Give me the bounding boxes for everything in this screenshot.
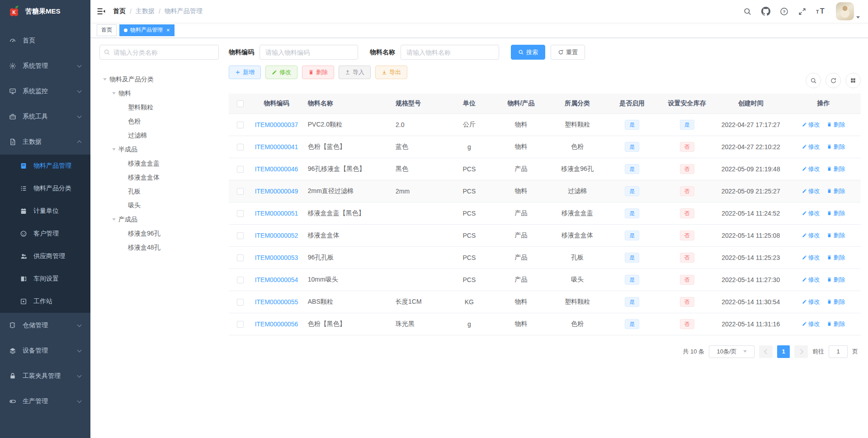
row-checkbox[interactable] — [237, 232, 244, 239]
item-code-link[interactable]: ITEM00000052 — [255, 232, 298, 239]
tree-node[interactable]: 移液盒96孔 — [99, 226, 219, 240]
edit-button[interactable]: 修改 — [265, 66, 297, 79]
row-checkbox[interactable] — [237, 254, 244, 261]
prev-page-button[interactable] — [759, 345, 773, 358]
toggle-search-button[interactable] — [806, 73, 821, 88]
edit-row-button[interactable]: 修改 — [802, 298, 820, 306]
sidebar-item[interactable]: 仓储管理 — [0, 313, 90, 338]
delete-row-button[interactable]: 删除 — [827, 320, 845, 328]
delete-row-button[interactable]: 删除 — [827, 187, 845, 195]
row-checkbox[interactable] — [237, 299, 244, 306]
edit-row-button[interactable]: 修改 — [802, 254, 820, 262]
add-button[interactable]: 新增 — [229, 66, 261, 79]
edit-row-button[interactable]: 修改 — [802, 231, 820, 240]
sidebar-item[interactable]: 设备管理 — [0, 338, 90, 363]
export-button[interactable]: 导出 — [375, 66, 407, 79]
tree-node[interactable]: 移液盒48孔 — [99, 240, 219, 254]
tree-node[interactable]: 过滤棉 — [99, 128, 219, 142]
tree-node[interactable]: 孔板 — [99, 184, 219, 198]
tree-node[interactable]: 物料及产品分类 — [99, 72, 219, 86]
row-checkbox[interactable] — [237, 210, 244, 217]
sidebar-item[interactable]: 首页 — [0, 28, 90, 53]
refresh-button[interactable] — [826, 73, 841, 88]
row-checkbox[interactable] — [237, 277, 244, 283]
sidebar-item[interactable]: 客户管理 — [0, 222, 90, 245]
breadcrumb-item[interactable]: 主数据 / — [136, 7, 165, 15]
edit-row-button[interactable]: 修改 — [802, 143, 820, 151]
tree-node[interactable]: 色粉 — [99, 114, 219, 128]
sidebar-item[interactable]: 主数据 — [0, 129, 90, 155]
hamburger-icon[interactable] — [97, 7, 106, 16]
edit-row-button[interactable]: 修改 — [802, 209, 820, 217]
edit-row-button[interactable]: 修改 — [802, 165, 820, 173]
breadcrumb-item[interactable]: 物料产品管理 / — [165, 7, 207, 15]
reset-button[interactable]: 重置 — [551, 45, 585, 60]
fullscreen-icon[interactable] — [798, 7, 807, 16]
item-code-link[interactable]: ITEM00000056 — [255, 320, 298, 328]
delete-row-button[interactable]: 删除 — [827, 121, 845, 129]
delete-button[interactable]: 删除 — [302, 66, 334, 79]
delete-row-button[interactable]: 删除 — [827, 209, 845, 217]
delete-row-button[interactable]: 删除 — [827, 231, 845, 240]
row-checkbox[interactable] — [237, 166, 244, 173]
columns-button[interactable] — [845, 73, 861, 88]
tree-node[interactable]: 移液盒盒盖 — [99, 156, 219, 170]
edit-row-button[interactable]: 修改 — [802, 121, 820, 129]
item-code-link[interactable]: ITEM00000054 — [255, 276, 298, 283]
tab[interactable]: 首页 — [97, 24, 117, 36]
edit-row-button[interactable]: 修改 — [802, 276, 820, 284]
help-icon[interactable]: ? — [780, 7, 788, 16]
close-icon[interactable]: × — [165, 27, 170, 33]
category-search-input[interactable] — [99, 45, 219, 60]
sidebar-item[interactable]: 供应商管理 — [0, 245, 90, 268]
item-code-link[interactable]: ITEM00000046 — [255, 165, 298, 173]
tree-node[interactable]: 塑料颗粒 — [99, 100, 219, 114]
edit-row-button[interactable]: 修改 — [802, 187, 820, 195]
tree-node[interactable]: 产成品 — [99, 212, 219, 226]
item-code-link[interactable]: ITEM00000053 — [255, 254, 298, 261]
row-checkbox[interactable] — [237, 321, 244, 328]
tree-node[interactable]: 物料 — [99, 86, 219, 100]
select-all-checkbox[interactable] — [237, 100, 244, 107]
item-code-link[interactable]: ITEM00000041 — [255, 143, 298, 151]
sidebar-item[interactable]: 生产管理 — [0, 389, 90, 414]
tree-node[interactable]: 移液盒盒体 — [99, 170, 219, 184]
item-code-link[interactable]: ITEM00000049 — [255, 188, 298, 195]
delete-row-button[interactable]: 删除 — [827, 276, 845, 284]
sidebar-item[interactable]: 工装夹具管理 — [0, 363, 90, 389]
tree-node[interactable]: 吸头 — [99, 198, 219, 212]
user-menu[interactable] — [836, 2, 860, 20]
breadcrumb-item[interactable]: 首页 / — [113, 7, 136, 15]
delete-row-button[interactable]: 删除 — [827, 254, 845, 262]
item-code-link[interactable]: ITEM00000051 — [255, 210, 298, 217]
row-checkbox[interactable] — [237, 144, 244, 151]
sidebar-item[interactable]: 物料产品分类 — [0, 177, 90, 200]
github-icon[interactable] — [761, 7, 770, 16]
sidebar-item[interactable]: 系统工具 — [0, 104, 90, 129]
row-checkbox[interactable] — [237, 122, 244, 128]
delete-row-button[interactable]: 删除 — [827, 143, 845, 151]
item-code-link[interactable]: ITEM00000055 — [255, 298, 298, 306]
item-code-link[interactable]: ITEM00000037 — [255, 121, 298, 128]
avatar[interactable] — [836, 2, 854, 20]
sidebar-item[interactable]: 车间设置 — [0, 268, 90, 290]
current-page-button[interactable]: 1 — [777, 345, 790, 358]
font-size-icon[interactable]: TT — [816, 7, 826, 16]
delete-row-button[interactable]: 删除 — [827, 298, 845, 306]
sidebar-item[interactable]: 物料产品管理 — [0, 155, 90, 177]
name-filter-input[interactable] — [401, 45, 499, 60]
sidebar-item[interactable]: 计量单位 — [0, 200, 90, 222]
delete-row-button[interactable]: 删除 — [827, 165, 845, 173]
sidebar-item[interactable]: 系统管理 — [0, 53, 90, 79]
next-page-button[interactable] — [794, 345, 808, 358]
tree-node[interactable]: 半成品 — [99, 142, 219, 156]
sidebar-item[interactable]: 系统监控 — [0, 79, 90, 104]
code-filter-input[interactable] — [259, 45, 358, 60]
search-icon[interactable] — [743, 7, 752, 16]
row-checkbox[interactable] — [237, 188, 244, 195]
sidebar-item[interactable]: 工作站 — [0, 290, 90, 313]
edit-row-button[interactable]: 修改 — [802, 320, 820, 328]
tab[interactable]: 物料产品管理 × — [119, 24, 175, 36]
goto-page-input[interactable] — [829, 345, 848, 358]
import-button[interactable]: 导入 — [339, 66, 371, 79]
